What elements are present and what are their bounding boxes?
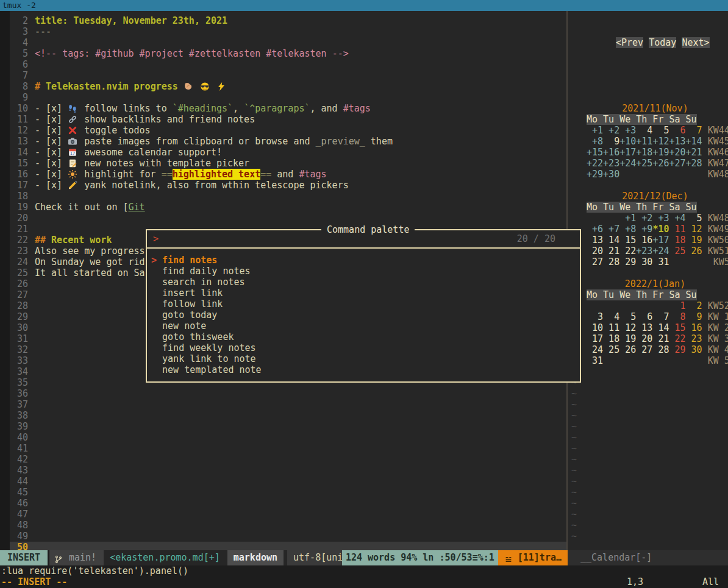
calendar-day[interactable]: 7 (652, 311, 669, 322)
palette-item-goto-thisweek[interactable]: goto thisweek (151, 331, 580, 342)
calendar-day[interactable]: +10 (619, 136, 636, 147)
calendar-day[interactable]: 24 (587, 344, 603, 355)
editor-line[interactable]: 47 (0, 509, 566, 520)
editor-line[interactable]: 10- [x] follow links to `#headings`, `^p… (0, 103, 566, 114)
calendar-day[interactable]: 15 (619, 235, 636, 246)
palette-item-follow-link[interactable]: follow link (151, 299, 580, 310)
calendar-day[interactable]: 27 (587, 257, 603, 267)
palette-item-find-weekly-notes[interactable]: find weekly notes (151, 342, 580, 353)
calendar-day[interactable]: 13 (587, 235, 603, 246)
calendar-day[interactable]: +22 (587, 158, 603, 169)
calendar-day[interactable]: 22 (619, 246, 636, 257)
calendar-day[interactable]: 12 (619, 322, 636, 333)
editor-line[interactable]: 3--- (0, 26, 566, 37)
palette-item-insert-link[interactable]: insert link (151, 288, 580, 299)
palette-item-new-note[interactable]: new note (151, 321, 580, 331)
calendar-day[interactable]: 28 (603, 257, 619, 267)
calendar-day[interactable]: +2 (636, 213, 652, 224)
palette-item-yank-link-to-note[interactable]: yank link to note (151, 353, 580, 364)
calendar-day[interactable]: 29 (669, 344, 685, 355)
calendar-day[interactable]: +15 (587, 147, 603, 158)
calendar-day[interactable]: 29 (619, 257, 636, 267)
calendar-day[interactable]: +3 (619, 125, 636, 136)
calendar-day[interactable]: 10 (587, 322, 603, 333)
editor-line[interactable]: 19Check it out on [Git (0, 202, 566, 213)
calendar-day[interactable]: +16 (603, 147, 619, 158)
editor-line[interactable]: 15- [x] new notes with template picker (0, 158, 566, 169)
editor-line[interactable]: 38 (0, 410, 566, 421)
editor-line[interactable]: 37 (0, 399, 566, 410)
calendar-day[interactable]: 14 (603, 235, 619, 246)
calendar-day[interactable]: +12 (652, 136, 669, 147)
calendar-day[interactable]: 27 (636, 344, 652, 355)
calendar-day[interactable]: 7 (686, 125, 702, 136)
editor-line[interactable]: 42 (0, 454, 566, 465)
calendar-day[interactable]: +13 (669, 136, 685, 147)
calendar-day[interactable]: 26 (686, 246, 702, 257)
calendar-day[interactable]: 5 (686, 213, 702, 224)
editor-line[interactable]: 14- [x] 17 awesome calendar support! (0, 147, 566, 158)
editor-line[interactable]: 7 (0, 70, 566, 81)
calendar-day[interactable]: 4 (603, 311, 619, 322)
editor-line[interactable]: 43 (0, 465, 566, 476)
calendar-day[interactable]: 23 (686, 333, 702, 344)
editor-line[interactable]: 17- [x] yank notelink, also from wthin t… (0, 180, 566, 191)
palette-item-goto-today[interactable]: goto today (151, 310, 580, 321)
calendar-day[interactable]: 6 (669, 125, 685, 136)
editor-line[interactable]: 40 (0, 432, 566, 443)
editor-line[interactable]: 44 (0, 476, 566, 487)
calendar-day[interactable]: 12 (686, 224, 702, 235)
editor-line[interactable]: 48 (0, 520, 566, 531)
calendar-day[interactable]: +25 (636, 158, 652, 169)
calendar-day[interactable]: 5 (652, 125, 669, 136)
calendar-day[interactable]: 18 (603, 333, 619, 344)
calendar-day[interactable]: +23 (636, 246, 652, 257)
palette-item-find-daily-notes[interactable]: find daily notes (151, 266, 580, 277)
calendar-day[interactable]: 22 (669, 333, 685, 344)
buffer-tab-segment[interactable]: [11]tra… (498, 550, 568, 565)
calendar-day[interactable]: 11 (603, 322, 619, 333)
command-line[interactable]: :lua require('telekasten').panel() (0, 565, 728, 576)
calendar-day[interactable]: 8 (669, 311, 685, 322)
calendar-day[interactable]: 30 (636, 257, 652, 267)
calendar-day[interactable]: +3 (652, 213, 669, 224)
calendar-day[interactable]: 9 (686, 311, 702, 322)
calendar-day[interactable]: +18 (636, 147, 652, 158)
calendar-day[interactable]: 21 (652, 333, 669, 344)
calendar-day[interactable]: +1 (587, 125, 603, 136)
calendar-day[interactable]: +20 (669, 147, 685, 158)
calendar-day[interactable]: +11 (636, 136, 652, 147)
editor-line[interactable]: 20 (0, 213, 566, 224)
calendar-day[interactable]: +9 (636, 224, 652, 235)
calendar-day[interactable]: +27 (669, 158, 685, 169)
calendar-day[interactable]: +6 (587, 224, 603, 235)
calendar-day[interactable]: 13 (636, 322, 652, 333)
calendar-day[interactable]: 19 (686, 235, 702, 246)
calendar-day[interactable]: 30 (686, 344, 702, 355)
editor-line[interactable]: 11- [x] show backlinks and friend notes (0, 114, 566, 125)
editor-line[interactable]: 18 (0, 191, 566, 202)
calendar-day[interactable]: +24 (619, 158, 636, 169)
calendar-day[interactable]: 20 (587, 246, 603, 257)
calendar-day[interactable]: 6 (636, 311, 652, 322)
editor-line[interactable]: 36 (0, 388, 566, 399)
calendar-day[interactable]: 17 (587, 333, 603, 344)
calendar-day[interactable]: 5 (619, 311, 636, 322)
calendar-day[interactable]: 9 (603, 136, 619, 147)
calendar-day[interactable]: 11 (669, 224, 685, 235)
editor-line[interactable]: 8# Telekasten.nvim progress (0, 81, 566, 92)
calendar-day[interactable]: +14 (686, 136, 702, 147)
editor-line[interactable]: 4 (0, 37, 566, 48)
editor-line[interactable]: 6 (0, 59, 566, 70)
calendar-day[interactable]: +1 (619, 213, 636, 224)
calendar-day[interactable]: +24 (652, 246, 669, 257)
editor-line[interactable]: 13- [x] paste images from clipboard or b… (0, 136, 566, 147)
calendar-day[interactable]: +28 (686, 158, 702, 169)
calendar-day[interactable]: 20 (636, 333, 652, 344)
calendar-day[interactable]: 4 (636, 125, 652, 136)
editor-line[interactable]: 2title: Tuesday, November 23th, 2021 (0, 15, 566, 26)
calendar-day[interactable]: 18 (669, 235, 685, 246)
calendar-day[interactable]: +17 (619, 147, 636, 158)
calendar-day[interactable]: +17 (652, 235, 669, 246)
editor-line[interactable]: 49 (0, 531, 566, 542)
